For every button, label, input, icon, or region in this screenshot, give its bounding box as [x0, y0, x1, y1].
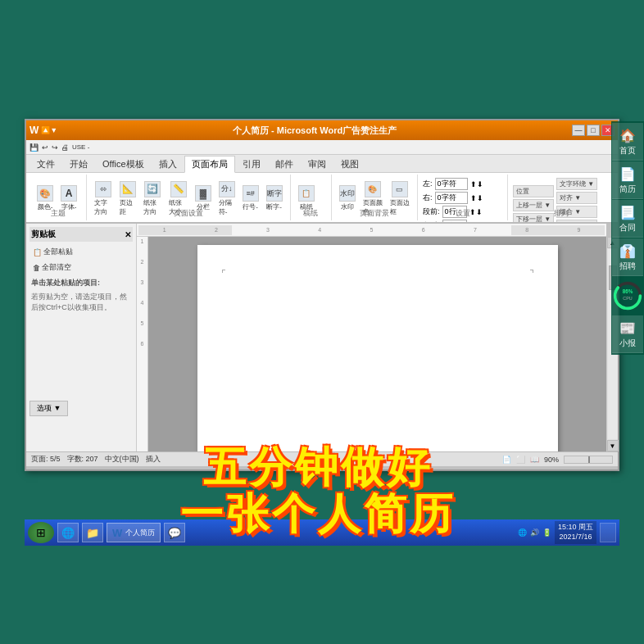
ribbon-group-page-setup: ⬄ 文字方向 📐 页边距 🔄 纸张方向 📏 纸张大小 [87, 175, 291, 220]
cpu-percent-text: 86% [623, 288, 633, 294]
nav-resume[interactable]: 📄 简历 [612, 161, 643, 199]
indent-right-row: 右: 0字符 ⬆⬇ [423, 192, 483, 204]
tab-page-layout[interactable]: 页面布局 [184, 156, 235, 173]
clipboard-hint: 若剪贴为空，请选定项目，然后按Ctrl+C以收集项目。 [31, 292, 131, 312]
ribbon-group-page-bg: 水印 水印 🎨 页面颜色 ▭ 页面边框 页面背景 [332, 175, 418, 220]
nav-home[interactable]: 🏠 首页 [612, 123, 643, 161]
word-window: W 🔼▼ 个人简历 - Microsoft Word广告赞注生产 — □ ✕ 💾… [25, 119, 619, 471]
align-btn[interactable]: 对齐 ▼ [556, 192, 597, 204]
title-bar: W 🔼▼ 个人简历 - Microsoft Word广告赞注生产 — □ ✕ [26, 120, 618, 140]
window-controls: — □ ✕ [572, 125, 615, 136]
tab-insert[interactable]: 插入 [152, 156, 184, 172]
indent-right-label: 右: [423, 193, 433, 203]
tab-review[interactable]: 审阅 [301, 156, 333, 172]
indent-right-value[interactable]: 0字符 [435, 192, 468, 204]
tab-file[interactable]: 文件 [29, 156, 62, 172]
cpu-indicator: 86% CPU [612, 280, 643, 311]
clipboard-sidebar: 剪贴板 ✕ 📋 全部粘贴 🗑 全部清空 单击某处粘贴的项目: 若剪贴为空，请选定… [26, 224, 137, 466]
tab-view[interactable]: 视图 [333, 156, 366, 172]
indent-left-label: 左: [423, 179, 433, 189]
overlay-text-container: 五分钟做好 一张个人简历 [25, 444, 611, 537]
nav-newspaper[interactable]: 📰 小报 [612, 315, 643, 353]
indent-left-arrows[interactable]: ⬆⬇ [470, 180, 483, 188]
cpu-label-text: CPU [623, 296, 633, 301]
clear-all-icon: 🗑 [33, 264, 40, 272]
sidebar-close-icon[interactable]: ✕ [125, 230, 131, 239]
ribbon-group-theme: 🎨 颜色- A 字体- 主题 [29, 175, 87, 220]
ruler-horizontal: 123456789 [137, 224, 606, 237]
save-icon[interactable]: 💾 [29, 143, 39, 152]
overlay-line1: 五分钟做好 [25, 444, 611, 491]
minimize-button[interactable]: — [572, 125, 585, 136]
page-corner-tl [222, 270, 225, 273]
paste-all-button[interactable]: 📋 全部粘贴 [29, 245, 133, 259]
tab-references[interactable]: 引用 [235, 156, 268, 172]
sidebar-options-button[interactable]: 选项 ▼ [29, 401, 68, 416]
window-title: 个人简历 - Microsoft Word广告赞注生产 [57, 125, 572, 137]
paste-all-icon: 📋 [33, 248, 42, 256]
tab-home[interactable]: 开始 [62, 156, 95, 172]
overlay-line2: 一张个人简历 [25, 491, 611, 537]
document-page[interactable] [197, 245, 558, 451]
redo-icon[interactable]: ↪ [52, 143, 58, 152]
newspaper-icon: 📰 [619, 320, 636, 336]
text-wrap-btn[interactable]: 文字环绕 ▼ [556, 178, 597, 190]
ribbon-tabs: 文件 开始 Office模板 插入 页面布局 引用 邮件 审阅 视图 [26, 155, 618, 173]
spacing-group-label: 设置 [418, 208, 507, 219]
document-area [148, 237, 606, 451]
position-btn[interactable]: 位置 [513, 185, 554, 197]
clear-all-button[interactable]: 🗑 全部清空 [29, 261, 133, 274]
nav-recruitment[interactable]: 👔 招聘 [612, 238, 643, 276]
use-dash-label: USE - [72, 143, 89, 151]
page-corner-tr [530, 270, 533, 273]
ribbon-group-draft: 📋 稿纸 稿纸 [291, 175, 332, 220]
ribbon-content: 🎨 颜色- A 字体- 主题 ⬄ 文字方向 [26, 173, 618, 224]
undo-icon[interactable]: ↩ [42, 143, 48, 152]
indent-left-value[interactable]: 0字符 [435, 178, 468, 190]
indent-left-row: 左: 0字符 ⬆⬇ [423, 178, 483, 190]
ribbon-group-arrange: 位置 上移一层 ▼ 下移一层 ▼ 文字环绕 ▼ 对齐 ▼ 组合 ▼ 旋转 ▼ 选… [508, 175, 615, 220]
home-icon: 🏠 [619, 128, 636, 143]
resume-icon: 📄 [619, 166, 636, 182]
ruler-vertical: 123456 [137, 237, 148, 451]
main-content: 123456789 剪贴板 ✕ 📋 全部粘贴 🗑 全部清空 单击某处粘贴的项目: [26, 224, 618, 466]
maximize-button[interactable]: □ [587, 125, 600, 136]
clipboard-info: 单击某处粘贴的项目: [31, 278, 131, 288]
contract-icon: 📃 [619, 205, 636, 220]
right-nav-panel: 🏠 首页 📄 简历 📃 合同 👔 招聘 86% CPU 📰 小报 [611, 121, 644, 355]
tab-mailings[interactable]: 邮件 [268, 156, 301, 172]
quick-access-bar: 💾 ↩ ↪ 🖨 USE - [26, 140, 618, 155]
print-icon[interactable]: 🖨 [61, 143, 69, 152]
sidebar-title-text: 剪贴板 [31, 229, 56, 240]
indent-right-arrows[interactable]: ⬆⬇ [470, 194, 483, 202]
nav-contract[interactable]: 📃 合同 [612, 200, 643, 238]
sidebar-title: 剪贴板 ✕ [29, 227, 133, 242]
recruitment-icon: 👔 [619, 243, 636, 259]
ribbon-group-paragraph: 左: 0字符 ⬆⬇ 右: 0字符 ⬆⬇ 段前: 0行 ⬆⬇ [418, 175, 508, 220]
tab-office-template[interactable]: Office模板 [95, 156, 152, 172]
